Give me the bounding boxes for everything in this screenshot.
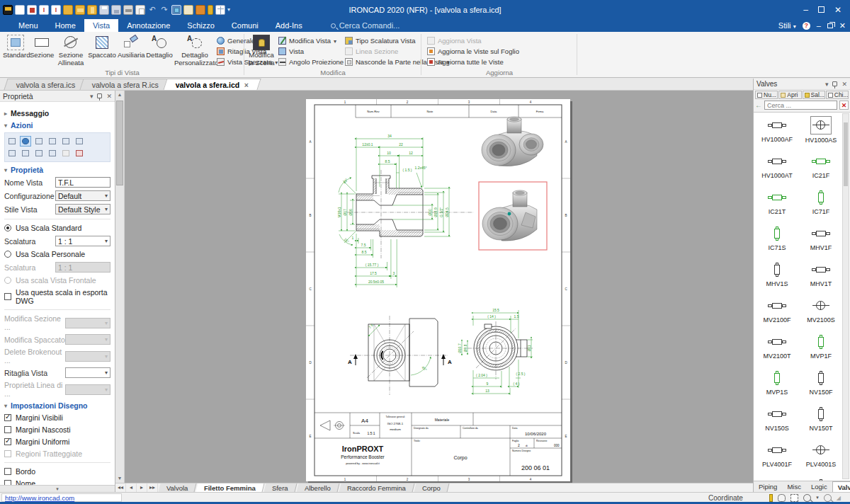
catalog-item[interactable]: MHV1F xyxy=(799,222,843,258)
zoom-extents-icon[interactable] xyxy=(824,494,832,502)
stile-vista-select[interactable]: Default Style▾ xyxy=(55,204,110,214)
tab-annotazione[interactable]: Annotazione xyxy=(118,19,178,32)
view-front[interactable]: 15.5 ( 14 ) 1.5 Ø9.8 Ø10.7 Ø11 ( 2.04 ) … xyxy=(458,308,533,395)
view-side-section[interactable]: A A 7.5 45° xyxy=(348,316,452,395)
catalog-item[interactable]: IC21T xyxy=(755,186,799,222)
catalog-item[interactable]: NV150T xyxy=(799,403,843,439)
paste-icon[interactable] xyxy=(183,5,193,15)
clear-search-icon[interactable]: ✕ xyxy=(839,101,849,110)
action-unfold-view-icon[interactable] xyxy=(6,148,18,159)
catalog-item[interactable]: MHV1S xyxy=(755,258,799,294)
panel-dropdown-icon[interactable]: ▾ xyxy=(90,93,94,100)
save-icon[interactable] xyxy=(99,5,109,15)
scalatura-select[interactable]: 1 : 1▾ xyxy=(55,236,110,246)
nome-vista-input[interactable]: T.F.L xyxy=(55,177,110,188)
app-logo-icon[interactable] xyxy=(3,5,13,15)
view-iso-top[interactable] xyxy=(482,117,543,166)
view-iso-selected[interactable] xyxy=(479,182,547,250)
print-icon[interactable] xyxy=(123,5,133,15)
usa-scala-standard-radio[interactable]: Usa Scala Standard xyxy=(4,224,110,232)
scrollbar-thumb[interactable] xyxy=(116,101,123,185)
scroll-up-icon[interactable]: ▲ xyxy=(115,91,124,99)
catalog-tab-misc[interactable]: Misc xyxy=(782,481,806,492)
standard-view-button[interactable]: Standard xyxy=(3,33,28,67)
prev-sheet-icon[interactable]: ◂ xyxy=(126,483,137,492)
sheet-tab-filetto-femmina[interactable]: Filetto Femmina xyxy=(196,483,265,492)
save-all-icon[interactable] xyxy=(111,5,121,15)
action-delete-view-icon[interactable] xyxy=(74,148,85,159)
aligned-section-button[interactable]: SezioneAllineata xyxy=(55,33,86,67)
new-drawing-icon[interactable]: I xyxy=(51,5,61,15)
status-link[interactable]: http://www.ironcad.com xyxy=(1,493,122,502)
tab-vista[interactable]: Vista xyxy=(84,19,118,32)
action-wireframe-view-icon[interactable] xyxy=(33,136,45,147)
new-scene-icon[interactable] xyxy=(15,5,25,15)
catalog-item[interactable] xyxy=(755,475,799,481)
table-icon[interactable] xyxy=(215,5,225,15)
edit-view-button[interactable]: Modifica Vista xyxy=(278,35,336,46)
bordo-checkbox[interactable]: Bordo xyxy=(4,467,110,476)
pin-icon[interactable] xyxy=(832,81,837,86)
new-part-icon[interactable] xyxy=(27,5,37,15)
catalog-item[interactable]: MV2100F xyxy=(755,294,799,331)
section-azioni[interactable]: ▾Azioni xyxy=(4,121,110,130)
doc-tab-3-active[interactable]: valvola a sfera.icd × xyxy=(164,79,261,90)
catalog-new-button[interactable]: Nu... xyxy=(755,91,778,99)
first-sheet-icon[interactable]: ◂◂ xyxy=(115,483,126,492)
edit-scene-button[interactable]: Modificala Scena xyxy=(247,33,276,67)
stili-button[interactable]: Stili ▾ xyxy=(778,21,796,30)
auxiliary-view-button[interactable]: Ausiliaria xyxy=(118,33,144,67)
drawing-canvas[interactable]: 1234 1234 ABCDE ABCDE Num.Rev Note Data … xyxy=(125,91,753,483)
tab-schizzo[interactable]: Schizzo xyxy=(178,19,223,32)
sheet-tab-corpo[interactable]: Corpo xyxy=(414,483,449,492)
scrollbar-thumb[interactable] xyxy=(844,122,848,186)
back-arrow-icon[interactable]: ← xyxy=(755,102,762,109)
zoom-icon[interactable] xyxy=(803,494,811,502)
open-folder-icon[interactable] xyxy=(63,5,73,15)
catalog-save-button[interactable]: Sal... xyxy=(803,91,825,99)
scroll-down-icon[interactable]: ▼ xyxy=(115,474,124,483)
marker-icon[interactable] xyxy=(208,5,213,15)
tab-comuni[interactable]: Comuni xyxy=(223,19,267,32)
update-all-views-button[interactable]: Aggiorna tutte le Viste xyxy=(427,57,504,67)
doc-tab-2[interactable]: valvola a sfera R.ics xyxy=(80,79,171,90)
broken-out-section-button[interactable]: Spaccato xyxy=(88,33,116,67)
mdi-minimize-button[interactable]: – xyxy=(817,21,821,30)
pin-icon[interactable] xyxy=(97,93,102,98)
catalog-item[interactable]: HV1000AT xyxy=(755,150,799,186)
maximize-button[interactable] xyxy=(818,6,824,13)
action-edit-section-icon[interactable] xyxy=(47,136,58,147)
catalog-item[interactable]: IC21F xyxy=(799,150,843,186)
section-impostazioni-disegno[interactable]: ▾Impostazioni Disegno xyxy=(4,401,110,410)
catalog-item[interactable]: NV150S xyxy=(755,403,799,439)
custom-detail-view-button[interactable]: A DettaglioPersonalizzato xyxy=(174,33,215,67)
catalog-close-button[interactable]: Chi... xyxy=(826,91,849,99)
projection-angle-button[interactable]: Angolo Proiezione xyxy=(278,57,344,67)
update-sheet-views-button[interactable]: Aggiorna le Viste sul Foglio xyxy=(427,46,519,57)
command-search[interactable]: Cerca Comandi... xyxy=(331,19,400,32)
catalog-item[interactable]: PLV4001F xyxy=(755,439,799,475)
section-messaggio[interactable]: ▸Messaggio xyxy=(4,109,110,118)
new-assembly-icon[interactable]: I xyxy=(39,5,49,15)
panel-close-icon[interactable]: ✕ xyxy=(106,93,112,100)
view-main-section[interactable]: 34 12±0.1 22 10 12 8.5 ( 1.5 ) 1.2x45° 4… xyxy=(337,134,474,287)
help-icon[interactable]: ? xyxy=(803,22,810,30)
catalog-search-input[interactable]: Cerca ... xyxy=(764,101,837,110)
catalog-item[interactable]: MV2100T xyxy=(755,331,799,367)
ruler-icon[interactable] xyxy=(769,494,773,502)
qat-more-icon[interactable]: ▾ xyxy=(227,6,230,13)
shaded-display-icon[interactable] xyxy=(171,5,181,15)
margini-uniformi-checkbox[interactable]: Margini Uniformi xyxy=(4,437,110,446)
last-sheet-icon[interactable]: ▸▸ xyxy=(147,483,158,492)
action-shaded-view-icon[interactable] xyxy=(20,136,31,147)
catalog-item[interactable]: MVP1F xyxy=(799,331,843,367)
mdi-close-button[interactable]: ✕ xyxy=(839,21,846,30)
catalog-item[interactable]: MVP1S xyxy=(755,367,799,403)
sheet-tab-raccordo-femmina[interactable]: Raccordo Femmina xyxy=(339,483,414,492)
catalog-tab-valves[interactable]: Valves xyxy=(832,481,850,492)
doc-tab-close-icon[interactable]: × xyxy=(244,81,249,89)
detail-view-button[interactable]: A Dettaglio xyxy=(146,33,173,67)
sheet-tab-sfera[interactable]: Sfera xyxy=(264,483,298,492)
usa-scala-dwg-checkbox[interactable]: Usa questa scala in esporta DWG xyxy=(4,288,110,305)
catalog-item[interactable]: MV2100S xyxy=(799,294,843,331)
